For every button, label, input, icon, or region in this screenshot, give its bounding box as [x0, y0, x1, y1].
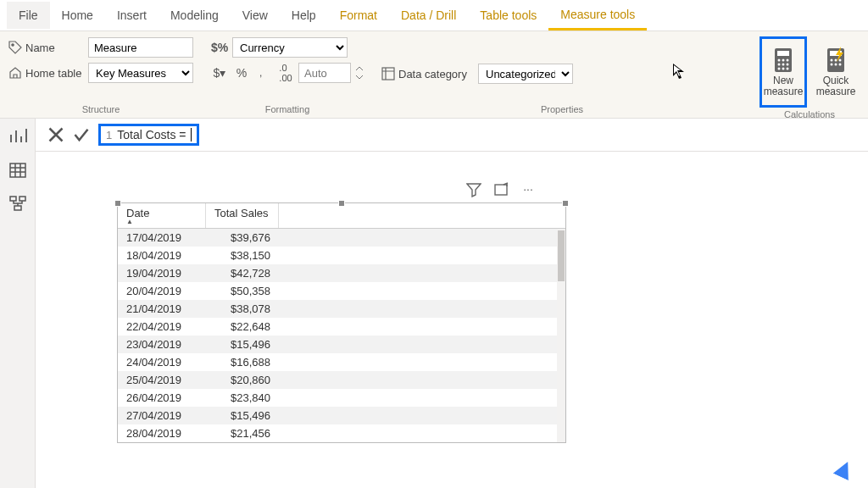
- table-row[interactable]: 26/04/2019$23,840: [118, 389, 565, 407]
- scrollbar-track[interactable]: [557, 229, 565, 442]
- percent-button[interactable]: %: [232, 63, 251, 83]
- cell-date: 22/04/2019: [118, 319, 206, 335]
- svg-point-10: [787, 64, 789, 66]
- table-header-row: Date▲ Total Sales: [118, 203, 565, 229]
- tab-format[interactable]: Format: [328, 2, 389, 29]
- group-label-formatting: Formatting: [210, 103, 364, 116]
- svg-point-11: [778, 68, 781, 70]
- tab-data-drill[interactable]: Data / Drill: [389, 2, 468, 29]
- group-structure: Name Home table Key Measures Structure: [0, 31, 202, 118]
- svg-rect-26: [495, 185, 507, 195]
- formula-text: Total Costs =: [117, 128, 189, 141]
- table-row[interactable]: 22/04/2019$22,648: [118, 318, 565, 336]
- table-row[interactable]: 17/04/2019$39,676: [118, 229, 565, 247]
- tab-home[interactable]: Home: [50, 2, 105, 29]
- cell-sales: $22,648: [206, 319, 279, 335]
- cell-date: 28/04/2019: [118, 425, 206, 441]
- tab-view[interactable]: View: [231, 2, 280, 29]
- cell-date: 19/04/2019: [118, 265, 206, 281]
- svg-point-18: [839, 59, 842, 62]
- table-row[interactable]: 25/04/2019$20,860: [118, 371, 565, 389]
- cell-date: 18/04/2019: [118, 247, 206, 263]
- more-options-icon[interactable]: ···: [520, 182, 536, 197]
- group-formatting: $% Currency $▾ % , .0.00 Formatting: [202, 31, 373, 118]
- tab-modeling[interactable]: Modeling: [159, 2, 231, 29]
- svg-rect-22: [10, 164, 25, 177]
- table-row[interactable]: 24/04/2019$16,688: [118, 353, 565, 371]
- table-body: 17/04/2019$39,67618/04/2019$38,15019/04/…: [118, 229, 565, 442]
- svg-point-19: [831, 64, 833, 66]
- resize-handle[interactable]: [114, 200, 121, 207]
- spinner-icon[interactable]: [354, 63, 364, 83]
- cell-sales: $20,860: [206, 372, 279, 388]
- report-surface[interactable]: ··· Date▲ Total Sales 17/04/2019$39,6761…: [36, 152, 868, 488]
- cell-sales: $42,728: [206, 265, 279, 281]
- table-row[interactable]: 20/04/2019$50,358: [118, 282, 565, 300]
- cell-sales: $38,150: [206, 247, 279, 263]
- measure-name-input[interactable]: [88, 37, 193, 58]
- resize-handle[interactable]: [338, 200, 345, 207]
- tab-measure-tools[interactable]: Measure tools: [548, 1, 647, 30]
- home-table-label: Home table: [25, 67, 85, 80]
- report-view-icon[interactable]: [8, 127, 27, 146]
- formula-commit-button[interactable]: [73, 126, 90, 143]
- table-row[interactable]: 21/04/2019$38,078: [118, 300, 565, 318]
- tab-file[interactable]: File: [7, 2, 50, 29]
- svg-rect-4: [777, 51, 789, 56]
- cell-date: 21/04/2019: [118, 301, 206, 317]
- tab-help[interactable]: Help: [280, 2, 328, 29]
- decimal-places-input[interactable]: [298, 63, 351, 83]
- cell-sales: $21,456: [206, 425, 279, 441]
- home-table-select[interactable]: Key Measures: [88, 63, 193, 83]
- formula-input-wrap[interactable]: 1 Total Costs =: [98, 124, 199, 146]
- svg-point-7: [787, 59, 789, 62]
- formula-line-number: 1: [106, 129, 112, 141]
- filter-icon[interactable]: [466, 182, 481, 197]
- category-icon: [381, 67, 395, 80]
- group-label-structure: Structure: [8, 103, 193, 116]
- svg-point-0: [12, 44, 14, 46]
- focus-mode-icon[interactable]: [493, 182, 509, 197]
- cell-sales: $50,358: [206, 283, 279, 299]
- canvas: 1 Total Costs = ··· Date▲: [36, 119, 868, 488]
- data-category-label: Data category: [398, 68, 475, 80]
- formula-cancel-button[interactable]: [47, 126, 64, 143]
- comma-button[interactable]: ,: [254, 63, 273, 83]
- table-row[interactable]: 27/04/2019$15,496: [118, 407, 565, 424]
- new-measure-button[interactable]: New measure: [760, 36, 807, 108]
- quick-measure-label: Quick measure: [812, 75, 860, 97]
- svg-point-8: [778, 64, 781, 66]
- group-label-calculations: Calculations: [760, 108, 860, 121]
- currency-button[interactable]: $▾: [210, 63, 229, 83]
- table-row[interactable]: 23/04/2019$15,496: [118, 336, 565, 353]
- svg-point-12: [782, 68, 785, 70]
- visual-header: ···: [466, 182, 536, 197]
- svg-text:,: ,: [259, 67, 262, 79]
- data-view-icon[interactable]: [8, 161, 27, 180]
- resize-handle[interactable]: [562, 200, 569, 207]
- svg-point-5: [778, 59, 781, 62]
- table-row[interactable]: 18/04/2019$38,150: [118, 247, 565, 264]
- new-measure-label: New measure: [762, 75, 804, 97]
- quick-measure-button[interactable]: Quick measure: [812, 36, 860, 108]
- scrollbar-thumb[interactable]: [558, 230, 565, 281]
- group-label-properties: Properties: [381, 103, 743, 116]
- table-row[interactable]: 19/04/2019$42,728: [118, 264, 565, 282]
- group-calculations: New measure Quick measure Calculations: [751, 31, 868, 118]
- table-visual[interactable]: Date▲ Total Sales 17/04/2019$39,67618/04…: [117, 202, 566, 443]
- svg-point-21: [839, 64, 842, 66]
- name-label: Name: [25, 42, 85, 54]
- format-select[interactable]: Currency: [232, 37, 348, 58]
- cell-sales: $15,496: [206, 336, 279, 352]
- tab-insert[interactable]: Insert: [105, 2, 159, 29]
- svg-rect-23: [10, 197, 16, 201]
- calculator-lightning-icon: [822, 47, 849, 74]
- column-header-date[interactable]: Date▲: [118, 203, 206, 228]
- cell-date: 20/04/2019: [118, 283, 206, 299]
- data-category-select[interactable]: Uncategorized: [478, 64, 573, 84]
- model-view-icon[interactable]: [8, 195, 27, 214]
- decimals-button[interactable]: .0.00: [276, 63, 295, 83]
- table-row[interactable]: 28/04/2019$21,456: [118, 424, 565, 442]
- tab-table-tools[interactable]: Table tools: [468, 2, 548, 29]
- column-header-sales[interactable]: Total Sales: [206, 203, 279, 228]
